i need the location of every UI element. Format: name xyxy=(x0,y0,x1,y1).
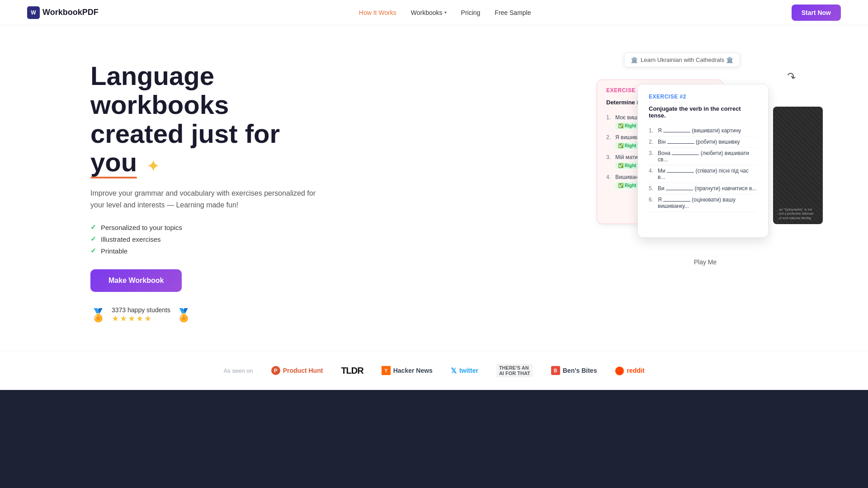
play-me-button[interactable]: Play Me xyxy=(597,258,814,266)
nav-pricing[interactable]: Pricing xyxy=(461,9,481,16)
exercise-2-label: Exercise #2 xyxy=(649,94,757,100)
brand-ai-for-that[interactable]: THERE'S ANAI FOR THAT xyxy=(496,364,533,377)
feature-item: ✓Illustrated exercises xyxy=(90,235,326,243)
nav-free-sample[interactable]: Free Sample xyxy=(495,9,531,16)
feature-item: ✓Printable xyxy=(90,247,326,255)
exercise-stack: Exercise #1 Determine if the following..… xyxy=(597,80,814,251)
ai-badge: THERE'S ANAI FOR THAT xyxy=(496,364,533,377)
check-icon: ✓ xyxy=(90,247,96,255)
workbook-image: ...as "Vyshyvanka", is not...but a prote… xyxy=(773,107,823,224)
feature-item: ✓Personalized to your topics xyxy=(90,223,326,231)
nav-links: How It Works Workbooks ▾ Pricing Free Sa… xyxy=(359,9,531,16)
exercise-2-items: 1.Я (вишивати) картину 2.Він (робити) ви… xyxy=(649,125,757,212)
hero-features: ✓Personalized to your topics ✓Illustrate… xyxy=(90,223,326,255)
list-item: 6.Я (оцінювати) вашу вишиванку... xyxy=(649,194,757,212)
nav-workbooks[interactable]: Workbooks ▾ xyxy=(411,9,447,16)
logo-text: WorkbookPDF xyxy=(42,8,99,17)
as-seen-label: As seen on xyxy=(224,367,253,374)
sparkle-icon: ✦ xyxy=(147,159,159,174)
check-icon: ✓ xyxy=(90,235,96,243)
navbar: W WorkbookPDF How It Works Workbooks ▾ P… xyxy=(0,0,868,25)
list-item: 4.Ми (співати) пісні під час в... xyxy=(649,165,757,183)
badge-icon: 🏛️ xyxy=(631,56,638,63)
exercise-card-2: Exercise #2 Conjugate the verb in the co… xyxy=(637,84,769,238)
social-proof: 🏅 3373 happy students ★★★★★ 🏅 xyxy=(90,306,326,324)
dark-footer-section: all the same generic xyxy=(0,390,868,488)
hero-subtitle: Improve your grammar and vocabulary with… xyxy=(90,188,326,211)
hacker-news-icon: Y xyxy=(382,366,391,375)
exercise-2-instruction: Conjugate the verb in the correct tense. xyxy=(649,105,757,119)
reddit-icon: ⬤ xyxy=(615,366,624,375)
as-seen-on-section: As seen on P Product Hunt TLDR Y Hacker … xyxy=(0,351,868,390)
hero-section: Language workbooks created just for you … xyxy=(0,25,868,351)
hero-demo: 🏛️ Learn Ukrainian with Cathedrals 🏛️ ↷ … xyxy=(597,52,814,266)
product-hunt-icon: P xyxy=(271,366,280,375)
brand-twitter[interactable]: 𝕏 twitter xyxy=(451,366,478,375)
laurel-left-icon: 🏅 xyxy=(90,308,106,323)
tldr-logo: TLDR xyxy=(341,366,363,376)
laurel-right-icon: 🏅 xyxy=(176,308,192,323)
highlight-word: you xyxy=(90,148,137,177)
image-caption: ...as "Vyshyvanka", is not...but a prote… xyxy=(777,207,819,221)
brand-hacker-news[interactable]: Y Hacker News xyxy=(382,366,433,375)
nav-how-it-works[interactable]: How It Works xyxy=(359,9,396,16)
check-icon: ✓ xyxy=(90,223,96,231)
star-rating: ★★★★★ xyxy=(112,314,170,324)
list-item: 5.Ви (прагнути) навчитися в... xyxy=(649,183,757,194)
students-count: 3373 happy students xyxy=(112,306,170,314)
brand-tldr[interactable]: TLDR xyxy=(341,366,363,376)
brand-bens-bites[interactable]: B Ben's Bites xyxy=(551,366,597,375)
brand-reddit[interactable]: ⬤ reddit xyxy=(615,366,644,375)
start-now-button[interactable]: Start Now xyxy=(792,5,841,21)
twitter-icon: 𝕏 xyxy=(451,366,457,375)
make-workbook-button[interactable]: Make Workbook xyxy=(90,269,182,292)
list-item: 3.Вона (любити) вишивати св... xyxy=(649,148,757,165)
list-item: 1.Я (вишивати) картину xyxy=(649,125,757,136)
learn-badge: 🏛️ Learn Ukrainian with Cathedrals 🏛️ xyxy=(624,52,740,67)
logo-icon: W xyxy=(27,6,40,19)
hero-title: Language workbooks created just for you … xyxy=(90,61,326,177)
logo[interactable]: W WorkbookPDF xyxy=(27,6,99,19)
bens-bites-icon: B xyxy=(551,366,560,375)
list-item: 2.Він (робити) вишивку xyxy=(649,136,757,148)
hero-left: Language workbooks created just for you … xyxy=(90,61,326,324)
chevron-down-icon: ▾ xyxy=(444,10,447,15)
brand-product-hunt[interactable]: P Product Hunt xyxy=(271,366,323,375)
